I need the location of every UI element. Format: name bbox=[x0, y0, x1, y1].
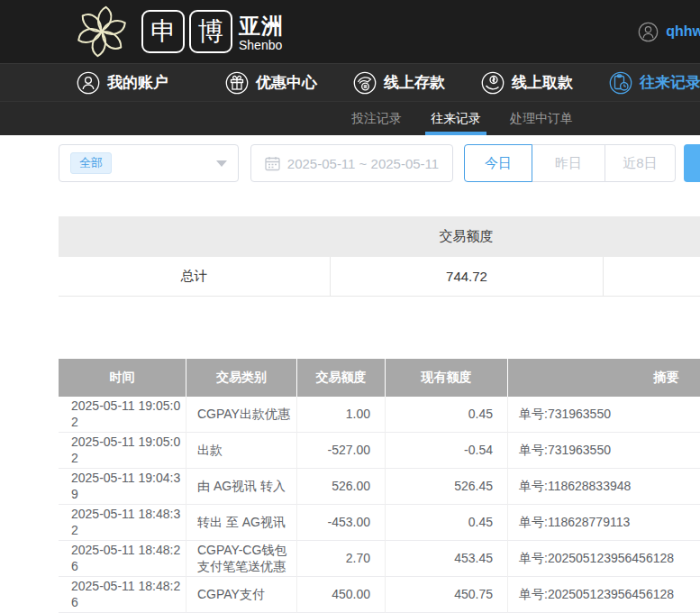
summary-header-spacer bbox=[59, 216, 330, 257]
flower-logo-icon bbox=[74, 5, 130, 58]
brand-logo[interactable]: 申 博 亚洲 Shenbo bbox=[74, 5, 284, 58]
summary-total-value: 744.72 bbox=[330, 257, 603, 296]
cell-amount: 450.00 bbox=[297, 577, 386, 613]
col-header-type: 交易类别 bbox=[186, 359, 297, 397]
cell-time: 2025-05-11 18:48:26 bbox=[59, 577, 186, 613]
cell-time: 2025-05-11 19:05:02 bbox=[59, 397, 186, 433]
cell-balance: -0.54 bbox=[386, 433, 508, 469]
summary-table: 交易额度 总计 744.72 bbox=[59, 216, 700, 297]
date-range-value: 2025-05-11 ~ 2025-05-11 bbox=[287, 156, 439, 171]
records-icon bbox=[609, 71, 632, 95]
cell-time: 2025-05-11 19:05:02 bbox=[59, 433, 186, 469]
withdraw-icon bbox=[481, 71, 505, 95]
summary-empty-cell bbox=[603, 257, 700, 296]
table-row: 2025-05-11 19:05:02 出款 -527.00 -0.54 单号:… bbox=[59, 433, 700, 469]
table-row: 2025-05-11 18:48:26 CGPAY支付 450.00 450.7… bbox=[59, 577, 700, 613]
tab-processing-orders[interactable]: 处理中订单 bbox=[510, 102, 573, 135]
table-row: 2025-05-11 19:04:39 由 AG视讯 转入 526.00 526… bbox=[59, 469, 700, 505]
top-header: 申 博 亚洲 Shenbo qhhw bbox=[0, 0, 700, 63]
cell-summary: 单号:118628779113 bbox=[508, 505, 700, 541]
cell-summary: 单号:731963550 bbox=[508, 433, 700, 469]
cell-balance: 526.45 bbox=[386, 469, 508, 505]
cell-balance: 450.75 bbox=[386, 577, 508, 613]
cell-amount: 526.00 bbox=[297, 469, 386, 505]
last-8-days-button[interactable]: 近8日 bbox=[605, 144, 676, 182]
summary-total-label: 总计 bbox=[59, 257, 330, 296]
transactions-header-row: 时间 交易类别 交易额度 现有额度 摘要 bbox=[59, 359, 700, 397]
table-row: 2025-05-11 19:05:02 CGPAY出款优惠 1.00 0.45 … bbox=[59, 397, 700, 433]
user-icon bbox=[77, 71, 100, 95]
cell-balance: 453.45 bbox=[386, 541, 508, 577]
user-avatar-icon bbox=[638, 22, 659, 42]
logo-char-shen: 申 bbox=[141, 10, 185, 53]
summary-table-header: 交易额度 bbox=[59, 216, 700, 257]
nav-label: 往来记录 bbox=[640, 72, 700, 93]
calendar-icon bbox=[265, 156, 280, 171]
yesterday-button[interactable]: 昨日 bbox=[532, 144, 605, 182]
cell-summary: 单号:202505123956456128 bbox=[508, 577, 700, 613]
cell-type: 出款 bbox=[186, 433, 297, 469]
user-area[interactable]: qhhw bbox=[638, 0, 700, 63]
cell-type: CGPAY出款优惠 bbox=[186, 397, 297, 433]
cell-amount: -453.00 bbox=[297, 505, 386, 541]
logo-region-cn: 亚洲 bbox=[239, 15, 284, 37]
content-area: 全部 2025-05-11 ~ 2025-05-11 今日 昨日 近8日 bbox=[0, 135, 700, 613]
gift-icon bbox=[225, 71, 249, 95]
chevron-down-icon bbox=[216, 160, 227, 167]
cell-balance: 0.45 bbox=[386, 505, 508, 541]
quick-date-buttons: 今日 昨日 近8日 bbox=[464, 144, 676, 182]
search-button[interactable] bbox=[684, 144, 700, 182]
summary-header-amount: 交易额度 bbox=[330, 216, 603, 257]
cell-balance: 0.45 bbox=[386, 397, 508, 433]
nav-label: 优惠中心 bbox=[256, 72, 317, 93]
table-row: 2025-05-11 18:48:32 转出 至 AG视讯 -453.00 0.… bbox=[59, 505, 700, 541]
logo-region: 亚洲 Shenbo bbox=[239, 15, 284, 51]
date-range-input[interactable]: 2025-05-11 ~ 2025-05-11 bbox=[250, 144, 453, 182]
nav-item-promotions[interactable]: 优惠中心 bbox=[225, 71, 317, 95]
col-header-amount: 交易额度 bbox=[297, 359, 386, 397]
cell-amount: 2.70 bbox=[297, 541, 386, 577]
cell-type: 转出 至 AG视讯 bbox=[186, 505, 297, 541]
summary-total-row: 总计 744.72 bbox=[59, 257, 700, 297]
today-button[interactable]: 今日 bbox=[464, 144, 532, 182]
cell-type: CGPAY支付 bbox=[186, 577, 297, 613]
cell-amount: 1.00 bbox=[297, 397, 386, 433]
main-nav: 我的账户 优惠中心 线上存款 bbox=[0, 63, 700, 101]
nav-label: 线上取款 bbox=[512, 72, 573, 93]
nav-item-withdraw[interactable]: 线上取款 bbox=[481, 71, 573, 95]
logo-char-bo: 博 bbox=[189, 10, 232, 53]
filter-bar: 全部 2025-05-11 ~ 2025-05-11 今日 昨日 近8日 bbox=[59, 144, 700, 182]
cell-summary: 单号:731963550 bbox=[508, 397, 700, 433]
tab-bet-records[interactable]: 投注记录 bbox=[351, 102, 402, 135]
cell-amount: -527.00 bbox=[297, 433, 386, 469]
page: 申 博 亚洲 Shenbo qhhw 我的账户 bbox=[0, 0, 700, 613]
sub-nav: 投注记录 往来记录 处理中订单 bbox=[0, 101, 700, 135]
type-select-tag[interactable]: 全部 bbox=[70, 152, 112, 174]
deposit-icon bbox=[353, 71, 377, 95]
col-header-balance: 现有额度 bbox=[386, 359, 508, 397]
cell-time: 2025-05-11 19:04:39 bbox=[59, 469, 186, 505]
tab-transaction-records[interactable]: 往来记录 bbox=[431, 102, 481, 135]
summary-header-spacer bbox=[603, 216, 700, 257]
cell-type: CGPAY-CG钱包支付笔笔送优惠 bbox=[186, 541, 297, 577]
nav-item-deposit[interactable]: 线上存款 bbox=[353, 71, 445, 95]
cell-time: 2025-05-11 18:48:26 bbox=[59, 541, 186, 577]
col-header-summary: 摘要 bbox=[508, 359, 700, 397]
nav-item-transaction-records[interactable]: 往来记录 bbox=[609, 71, 700, 95]
transactions-table: 时间 交易类别 交易额度 现有额度 摘要 2025-05-11 19:05:02… bbox=[59, 359, 700, 613]
nav-item-my-account[interactable]: 我的账户 bbox=[77, 71, 168, 95]
nav-label: 线上存款 bbox=[384, 72, 445, 93]
nav-label: 我的账户 bbox=[107, 72, 168, 93]
type-select[interactable]: 全部 bbox=[59, 144, 239, 182]
col-header-time: 时间 bbox=[59, 359, 186, 397]
cell-summary: 单号:118628833948 bbox=[508, 469, 700, 505]
username[interactable]: qhhw bbox=[666, 23, 700, 40]
cell-type: 由 AG视讯 转入 bbox=[186, 469, 297, 505]
logo-region-en: Shenbo bbox=[239, 39, 284, 51]
table-row: 2025-05-11 18:48:26 CGPAY-CG钱包支付笔笔送优惠 2.… bbox=[59, 541, 700, 577]
cell-summary: 单号:202505123956456128 bbox=[508, 541, 700, 577]
cell-time: 2025-05-11 18:48:32 bbox=[59, 505, 186, 541]
